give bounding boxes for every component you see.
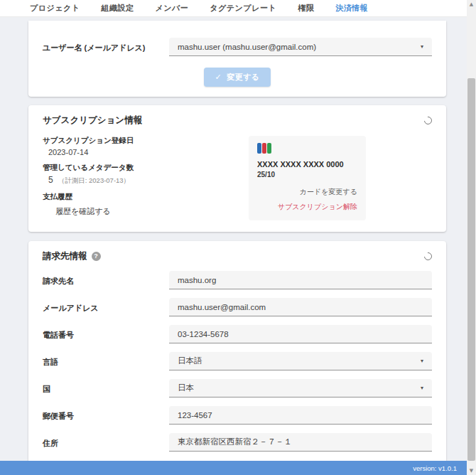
billing-postal-input[interactable] — [169, 406, 432, 425]
change-user-button[interactable]: ✓ 変更する — [204, 68, 270, 87]
metadata-count-note: （計測日: 2023-07-13） — [58, 176, 130, 184]
subscription-details: サブスクリプション登録日 2023-07-14 管理しているメタデータ数 5 （… — [43, 136, 245, 220]
tab-permissions[interactable]: 権限 — [298, 3, 314, 14]
refresh-icon[interactable] — [423, 115, 433, 126]
billing-phone-input[interactable] — [169, 325, 432, 343]
vertical-scrollbar[interactable]: ▲ ▼ — [467, 0, 476, 475]
subscription-card: サブスクリプション情報 サブスクリプション登録日 2023-07-14 管理して… — [28, 105, 446, 232]
payment-history-link[interactable]: 履歴を確認する — [55, 206, 111, 217]
username-label: ユーザー名 (メールアドレス) — [43, 38, 169, 53]
metadata-count-label: 管理しているメタデータ数 — [43, 163, 245, 173]
subscription-title: サブスクリプション情報 — [43, 114, 142, 127]
payment-settings-page: プロジェクト 組織設定 メンバー タグテンプレート 権限 決済情報 ユーザー名 … — [0, 0, 476, 475]
tab-payment-info[interactable]: 決済情報 — [335, 3, 368, 14]
billing-address-label: 住所 — [43, 433, 169, 449]
billing-phone-label: 電話番号 — [43, 325, 169, 341]
tab-tag-templates[interactable]: タグテンプレート — [210, 3, 276, 14]
version-text: version: v1.0.1 — [413, 464, 457, 472]
footer-bar: version: v1.0.1 — [0, 461, 467, 475]
card-number: XXXX XXXX XXXX 0000 — [257, 160, 357, 169]
credit-card-panel: XXXX XXXX XXXX 0000 25/10 カードを変更する サブスクリ… — [249, 136, 366, 220]
metadata-count-value: 5 — [48, 175, 53, 185]
change-user-button-label: 変更する — [227, 72, 260, 82]
card-expiry: 25/10 — [257, 171, 357, 178]
username-select[interactable]: mashu.user (mashu.user@gmail.com) ▾ — [169, 38, 432, 56]
tab-org-settings[interactable]: 組織設定 — [102, 3, 134, 14]
billing-name-label: 請求先名 — [43, 271, 169, 287]
chevron-down-icon: ▾ — [421, 385, 423, 391]
card-brand-icon — [257, 143, 357, 154]
registered-date-value: 2023-07-14 — [48, 148, 245, 156]
billing-postal-label: 郵便番号 — [43, 406, 169, 422]
scroll-down-icon[interactable]: ▼ — [467, 466, 476, 475]
user-select-card: ユーザー名 (メールアドレス) mashu.user (mashu.user@g… — [28, 21, 446, 97]
tab-projects[interactable]: プロジェクト — [30, 3, 80, 14]
chevron-down-icon: ▾ — [421, 358, 423, 364]
billing-language-label: 言語 — [43, 352, 169, 368]
registered-date-label: サブスクリプション登録日 — [43, 136, 245, 146]
tab-members[interactable]: メンバー — [156, 3, 189, 14]
payment-history-label: 支払履歴 — [43, 192, 245, 202]
change-card-link[interactable]: カードを変更する — [257, 187, 357, 197]
cancel-subscription-link[interactable]: サブスクリプション解除 — [257, 202, 357, 212]
billing-language-value: 日本語 — [178, 356, 202, 366]
scrollbar-thumb[interactable] — [467, 78, 475, 461]
billing-language-select[interactable]: 日本語 ▾ — [169, 352, 432, 370]
billing-country-select[interactable]: 日本 ▾ — [169, 379, 432, 397]
billing-card: 請求先情報 ? 請求先名 メールアドレス 電話番号 言語 日本語 ▾ — [28, 241, 446, 475]
content-column: ユーザー名 (メールアドレス) mashu.user (mashu.user@g… — [28, 21, 446, 475]
chevron-down-icon: ▾ — [421, 43, 423, 50]
billing-email-label: メールアドレス — [43, 298, 169, 314]
scroll-up-icon[interactable]: ▲ — [467, 0, 476, 9]
help-icon[interactable]: ? — [92, 252, 101, 261]
billing-address-input[interactable] — [169, 433, 432, 452]
billing-name-input[interactable] — [169, 271, 432, 289]
username-select-value: mashu.user (mashu.user@gmail.com) — [178, 43, 316, 51]
billing-email-input[interactable] — [169, 298, 432, 316]
billing-title: 請求先情報 — [43, 250, 87, 262]
check-icon: ✓ — [215, 73, 222, 82]
top-tab-bar: プロジェクト 組織設定 メンバー タグテンプレート 権限 決済情報 — [0, 0, 467, 17]
refresh-icon[interactable] — [423, 251, 433, 262]
billing-country-label: 国 — [43, 379, 169, 395]
billing-country-value: 日本 — [178, 383, 194, 393]
